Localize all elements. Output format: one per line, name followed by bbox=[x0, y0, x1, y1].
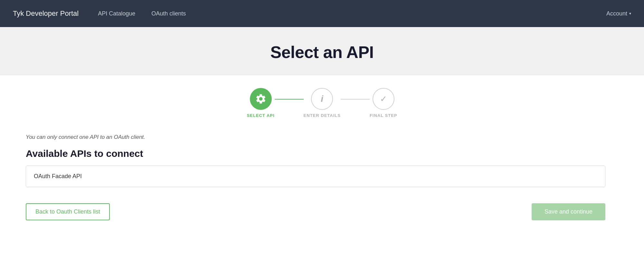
nav-links: API Catalogue OAuth clients bbox=[98, 10, 186, 17]
body-content: You can only connect one API to an OAuth… bbox=[26, 134, 605, 220]
navbar: Tyk Developer Portal API Catalogue OAuth… bbox=[0, 0, 644, 27]
stepper: SELECT API i ENTER DETAILS ✓ FINAL STEP bbox=[26, 88, 618, 118]
step-label-enter-details: ENTER DETAILS bbox=[304, 113, 341, 118]
step-enter-details: i ENTER DETAILS bbox=[304, 88, 341, 118]
back-to-oauth-clients-button[interactable]: Back to Oauth Clients list bbox=[26, 203, 110, 220]
step-connector-1 bbox=[275, 99, 304, 100]
chevron-down-icon: ▾ bbox=[629, 11, 631, 16]
nav-account[interactable]: Account ▾ bbox=[606, 10, 631, 17]
step-circle-final-step: ✓ bbox=[373, 88, 394, 110]
api-item[interactable]: OAuth Facade API bbox=[26, 166, 605, 187]
info-icon: i bbox=[321, 94, 323, 104]
step-connector-2 bbox=[341, 99, 370, 100]
api-list: OAuth Facade API bbox=[26, 166, 605, 187]
check-icon: ✓ bbox=[380, 94, 387, 104]
step-circle-enter-details: i bbox=[311, 88, 333, 110]
main-content: SELECT API i ENTER DETAILS ✓ FINAL STEP … bbox=[0, 75, 644, 268]
step-select-api: SELECT API bbox=[247, 88, 274, 118]
gear-icon bbox=[255, 93, 267, 105]
save-and-continue-button[interactable]: Save and continue bbox=[532, 203, 605, 220]
step-label-select-api: SELECT API bbox=[247, 113, 274, 118]
section-title: Available APIs to connect bbox=[26, 148, 605, 159]
page-title: Select an API bbox=[0, 43, 644, 62]
info-text: You can only connect one API to an OAuth… bbox=[26, 134, 605, 140]
nav-brand: Tyk Developer Portal bbox=[13, 9, 79, 18]
account-label: Account bbox=[606, 10, 627, 17]
step-circle-select-api bbox=[250, 88, 272, 110]
footer-actions: Back to Oauth Clients list Save and cont… bbox=[26, 203, 605, 220]
page-header: Select an API bbox=[0, 27, 644, 75]
step-final-step: ✓ FINAL STEP bbox=[370, 88, 397, 118]
step-label-final-step: FINAL STEP bbox=[370, 113, 397, 118]
nav-link-api-catalogue[interactable]: API Catalogue bbox=[98, 10, 135, 17]
nav-link-oauth-clients[interactable]: OAuth clients bbox=[151, 10, 186, 17]
